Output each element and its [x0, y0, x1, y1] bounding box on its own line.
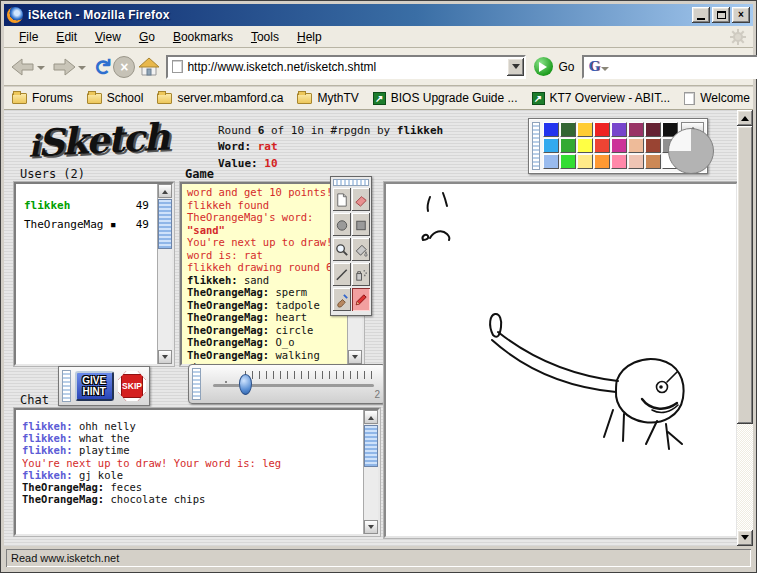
url-input[interactable] [187, 60, 507, 74]
tool-spray[interactable] [352, 263, 370, 286]
bookmark-label: School [107, 91, 144, 105]
skip-button[interactable]: SKIP [118, 371, 146, 401]
palette-drag-handle[interactable] [532, 122, 540, 170]
color-swatch[interactable] [611, 122, 627, 137]
color-swatch[interactable] [645, 122, 661, 137]
scroll-down-icon[interactable] [364, 520, 378, 534]
color-swatch[interactable] [577, 154, 593, 169]
user-row[interactable]: flikkeh49 [16, 196, 157, 215]
users-scrollbar[interactable] [157, 184, 172, 364]
log-message: flikkeh found [182, 199, 346, 212]
color-swatch[interactable] [543, 154, 559, 169]
close-button[interactable]: × [732, 7, 750, 23]
color-swatch[interactable] [628, 138, 644, 153]
color-swatch[interactable] [594, 138, 610, 153]
tool-ellipse[interactable] [333, 213, 351, 236]
home-button[interactable] [137, 52, 161, 82]
go-button[interactable] [534, 57, 553, 76]
folder-icon [157, 93, 172, 104]
bookmark-item[interactable]: server.mbamford.ca [157, 91, 283, 105]
bookmark-item[interactable]: Forums [12, 91, 73, 105]
menu-go[interactable]: Go [130, 27, 164, 47]
bookmark-item[interactable]: ↗KT7 Overview - ABIT... [532, 91, 671, 105]
color-swatch[interactable] [645, 138, 661, 153]
page-content: iSketch Round 6 of 10 in #rpgdn by flikk… [4, 110, 753, 546]
menu-edit[interactable]: Edit [47, 27, 86, 47]
color-swatch[interactable] [560, 154, 576, 169]
brush-size-slider: 2 [188, 364, 386, 404]
color-swatch[interactable] [645, 154, 661, 169]
color-swatch[interactable] [628, 154, 644, 169]
menu-bar: FileEditViewGoBookmarksToolsHelp [4, 26, 753, 48]
bookmark-item[interactable]: School [87, 91, 144, 105]
users-panel: flikkeh49TheOrangeMag ▪49 [14, 182, 174, 366]
menu-tools[interactable]: Tools [242, 27, 288, 47]
back-button[interactable] [10, 54, 36, 80]
menu-view[interactable]: View [86, 27, 130, 47]
tool-zoom[interactable] [333, 238, 351, 261]
scroll-up-icon[interactable] [737, 110, 753, 126]
back-dropdown-icon[interactable] [37, 66, 45, 74]
bookmark-label: MythTV [317, 91, 358, 105]
color-swatch[interactable] [594, 122, 610, 137]
slider-thumb[interactable] [239, 374, 252, 395]
menu-help[interactable]: Help [288, 27, 331, 47]
drawing-canvas[interactable] [384, 182, 738, 538]
reload-button[interactable]: ↻ [93, 52, 111, 82]
toolbox-drag-handle[interactable] [333, 179, 369, 186]
user-row[interactable]: TheOrangeMag ▪49 [16, 215, 157, 234]
url-dropdown-icon[interactable] [507, 58, 524, 76]
browser-vertical-scrollbar[interactable] [737, 110, 753, 546]
bookmark-item[interactable]: ↗BIOS Upgrade Guide ... [373, 91, 518, 105]
bookmark-item[interactable]: Welcome to Britannia... [684, 91, 753, 105]
search-engine-dropdown-icon[interactable] [601, 67, 609, 75]
color-swatch[interactable] [560, 138, 576, 153]
scroll-down-icon[interactable] [348, 350, 362, 364]
chat-scrollbar[interactable] [363, 410, 378, 534]
go-label[interactable]: Go [558, 60, 574, 74]
color-swatch[interactable] [611, 138, 627, 153]
tool-brush[interactable] [333, 288, 351, 311]
forward-dropdown-icon[interactable] [78, 66, 86, 74]
scroll-down-icon[interactable] [737, 530, 753, 546]
scrollbar-thumb[interactable] [364, 425, 378, 467]
color-swatch[interactable] [611, 154, 627, 169]
color-swatch[interactable] [577, 138, 593, 153]
scroll-down-icon[interactable] [158, 350, 172, 364]
url-bar[interactable] [166, 55, 526, 79]
user-score: 49 [136, 216, 149, 233]
stop-button[interactable]: × [113, 52, 135, 82]
log-message: flikkeh drawing round 6 [182, 261, 346, 274]
search-input[interactable] [611, 60, 757, 74]
scroll-up-icon[interactable] [158, 184, 172, 198]
tool-line[interactable] [333, 263, 351, 286]
maximize-button[interactable] [712, 7, 730, 23]
tool-rectangle[interactable] [352, 213, 370, 236]
tool-eraser[interactable] [352, 188, 370, 211]
browser-window: iSketch - Mozilla Firefox × FileEditView… [0, 0, 757, 573]
slider-track[interactable] [213, 384, 374, 387]
forward-button[interactable] [51, 54, 77, 80]
tool-new-page[interactable] [333, 188, 351, 211]
scrollbar-thumb[interactable] [158, 199, 172, 249]
menu-file[interactable]: File [10, 27, 47, 47]
tool-fill[interactable] [352, 238, 370, 261]
search-box[interactable]: G [582, 55, 757, 79]
color-swatch[interactable] [577, 122, 593, 137]
give-hint-button[interactable]: GIVEHINT [75, 371, 114, 401]
color-swatch[interactable] [560, 122, 576, 137]
slider-drag-handle[interactable] [192, 368, 201, 400]
drawing-toolbox [330, 176, 372, 316]
bookmark-item[interactable]: MythTV [297, 91, 358, 105]
color-swatch[interactable] [628, 122, 644, 137]
color-swatch[interactable] [543, 122, 559, 137]
color-swatch[interactable] [543, 138, 559, 153]
hint-panel-drag-handle[interactable] [62, 370, 71, 402]
scroll-up-icon[interactable] [364, 410, 378, 424]
tool-pencil[interactable] [352, 288, 370, 311]
users-list: flikkeh49TheOrangeMag ▪49 [16, 184, 172, 234]
color-swatch[interactable] [594, 154, 610, 169]
scrollbar-thumb[interactable] [737, 126, 753, 424]
minimize-button[interactable] [692, 7, 710, 23]
menu-bookmarks[interactable]: Bookmarks [164, 27, 242, 47]
